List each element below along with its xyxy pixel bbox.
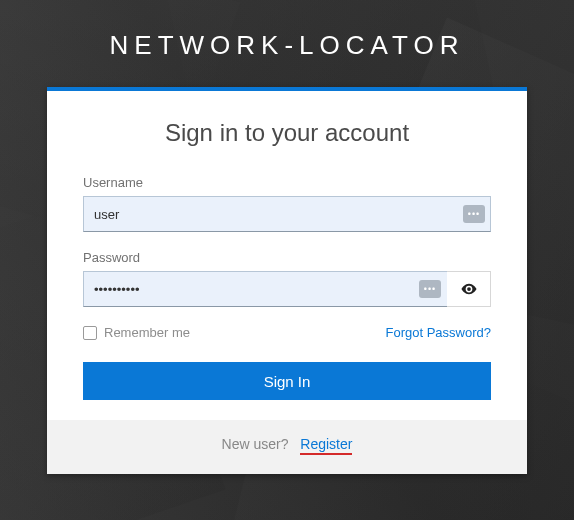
remember-me-input[interactable] <box>83 326 97 340</box>
card-title: Sign in to your account <box>83 119 491 147</box>
register-link[interactable]: Register <box>300 436 352 455</box>
username-label: Username <box>83 175 491 190</box>
username-field: Username ••• <box>83 175 491 232</box>
toggle-password-visibility-button[interactable] <box>447 271 491 307</box>
forgot-password-link[interactable]: Forgot Password? <box>386 325 492 340</box>
sign-in-button[interactable]: Sign In <box>83 362 491 400</box>
login-card: Sign in to your account Username ••• Pas… <box>47 87 527 474</box>
remember-me-label: Remember me <box>104 325 190 340</box>
username-input[interactable] <box>83 196 491 232</box>
eye-icon <box>460 280 478 298</box>
remember-me-checkbox[interactable]: Remember me <box>83 325 190 340</box>
password-field: Password ••• <box>83 250 491 307</box>
password-label: Password <box>83 250 491 265</box>
password-input[interactable] <box>83 271 447 307</box>
new-user-prompt: New user? <box>222 436 289 452</box>
app-brand: NETWORK-LOCATOR <box>0 0 574 87</box>
card-footer: New user? Register <box>47 420 527 474</box>
